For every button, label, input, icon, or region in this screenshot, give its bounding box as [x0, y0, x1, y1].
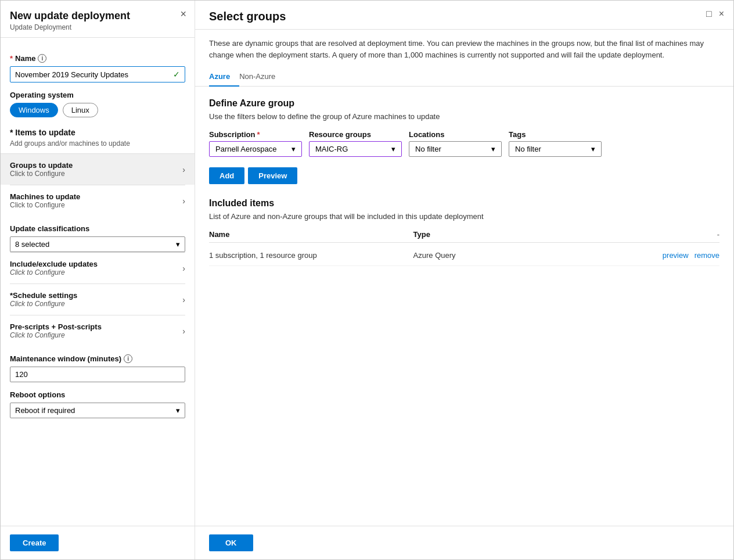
- right-body: Define Azure group Use the filters below…: [195, 87, 733, 526]
- machines-item-title: Machines to update: [10, 192, 80, 201]
- groups-item-content: Groups to update Click to Configure: [10, 161, 73, 178]
- include-exclude-chevron-icon: ›: [182, 264, 185, 273]
- include-exclude-content: Include/exclude updates Click to Configu…: [10, 260, 98, 277]
- subscription-value: Parnell Aerospace: [215, 145, 277, 153]
- machines-chevron-icon: ›: [182, 196, 185, 206]
- reboot-label: Reboot options: [10, 390, 185, 399]
- maintenance-label: Maintenance window (minutes) i: [10, 354, 185, 363]
- tab-non-azure[interactable]: Non-Azure: [239, 67, 285, 87]
- maximize-button[interactable]: □: [706, 9, 712, 19]
- classifications-dropdown[interactable]: 8 selected ▾: [10, 236, 185, 252]
- pre-post-scripts-item[interactable]: Pre-scripts + Post-scripts Click to Conf…: [10, 315, 185, 346]
- items-section-subtitle: Add groups and/or machines to update: [10, 139, 185, 148]
- resource-groups-label: Resource groups: [309, 130, 402, 139]
- resource-groups-select[interactable]: MAIC-RG ▾: [309, 141, 402, 157]
- locations-label: Locations: [409, 130, 502, 139]
- schedule-title: *Schedule settings: [10, 291, 77, 300]
- schedule-chevron-icon: ›: [182, 295, 185, 304]
- maintenance-label-text: Maintenance window (minutes): [10, 354, 121, 363]
- schedule-sub: Click to Configure: [10, 300, 77, 308]
- machines-item-content: Machines to update Click to Configure: [10, 192, 80, 209]
- left-header: New update deployment Update Deployment …: [1, 1, 195, 38]
- name-label-text: Name: [15, 54, 35, 63]
- tabs-row: Azure Non-Azure: [195, 67, 733, 87]
- locations-chevron-icon: ▾: [491, 145, 495, 153]
- machines-to-update-item[interactable]: Machines to update Click to Configure ›: [10, 185, 185, 216]
- define-group-heading: Define Azure group: [209, 98, 719, 109]
- right-close-button[interactable]: ×: [719, 9, 724, 19]
- ok-button[interactable]: OK: [209, 534, 253, 551]
- os-windows-button[interactable]: Windows: [10, 103, 58, 117]
- left-close-button[interactable]: ×: [180, 9, 186, 19]
- modal-container: New update deployment Update Deployment …: [0, 0, 734, 560]
- items-section-title: * Items to update: [10, 128, 185, 137]
- included-desc: List of Azure and non-Azure groups that …: [209, 212, 719, 221]
- row-actions: preview remove: [617, 251, 719, 260]
- reboot-dropdown[interactable]: Reboot if required ▾: [10, 403, 185, 418]
- pre-post-content: Pre-scripts + Post-scripts Click to Conf…: [10, 322, 102, 339]
- schedule-content: *Schedule settings Click to Configure: [10, 291, 77, 308]
- os-toggle: Windows Linux: [10, 103, 185, 117]
- tags-value: No filter: [515, 145, 541, 153]
- groups-item-title: Groups to update: [10, 161, 73, 170]
- os-field-section: Operating system Windows Linux: [10, 91, 185, 117]
- groups-to-update-item[interactable]: Groups to update Click to Configure ›: [1, 153, 195, 185]
- action-row: Add Preview: [209, 167, 719, 184]
- right-panel: Select groups □ × These are dynamic grou…: [195, 1, 733, 559]
- maintenance-input[interactable]: [15, 370, 180, 379]
- locations-select[interactable]: No filter ▾: [409, 141, 502, 157]
- maintenance-info-icon[interactable]: i: [124, 354, 132, 363]
- preview-button[interactable]: Preview: [248, 167, 297, 184]
- tab-azure[interactable]: Azure: [209, 67, 239, 87]
- row-type: Azure Query: [413, 251, 618, 260]
- subscription-required-star: *: [257, 130, 260, 139]
- reboot-value: Reboot if required: [15, 406, 75, 415]
- left-panel-title: New update deployment: [10, 10, 185, 22]
- machines-item-sub: Click to Configure: [10, 201, 80, 209]
- pre-post-title: Pre-scripts + Post-scripts: [10, 322, 102, 331]
- os-linux-button[interactable]: Linux: [63, 103, 98, 117]
- subscription-label-text: Subscription: [209, 130, 255, 139]
- right-panel-title: Select groups: [209, 10, 719, 23]
- resource-groups-value: MAIC-RG: [315, 145, 348, 153]
- name-info-icon[interactable]: i: [38, 54, 46, 63]
- classifications-chevron-icon: ▾: [176, 240, 180, 249]
- name-field-section: * Name i ✓: [10, 54, 185, 82]
- groups-item-sub: Click to Configure: [10, 170, 73, 178]
- include-exclude-item[interactable]: Include/exclude updates Click to Configu…: [10, 252, 185, 283]
- pre-post-sub: Click to Configure: [10, 331, 102, 339]
- row-preview-button[interactable]: preview: [663, 251, 689, 260]
- groups-chevron-icon: ›: [182, 165, 185, 174]
- schedule-settings-item[interactable]: *Schedule settings Click to Configure ›: [10, 283, 185, 315]
- left-panel: New update deployment Update Deployment …: [1, 1, 195, 559]
- window-controls: □ ×: [706, 9, 724, 19]
- table-header-row: Name Type -: [209, 230, 719, 243]
- name-input[interactable]: [15, 70, 173, 79]
- create-button[interactable]: Create: [10, 534, 59, 551]
- resource-groups-filter: Resource groups MAIC-RG ▾: [309, 130, 402, 157]
- include-exclude-title: Include/exclude updates: [10, 260, 98, 268]
- name-input-wrapper: ✓: [10, 66, 185, 82]
- subscription-select[interactable]: Parnell Aerospace ▾: [209, 141, 302, 157]
- left-panel-subtitle: Update Deployment: [10, 23, 185, 31]
- reboot-field-section: Reboot options Reboot if required ▾: [10, 390, 185, 418]
- subscription-filter: Subscription * Parnell Aerospace ▾: [209, 130, 302, 157]
- pre-post-chevron-icon: ›: [182, 326, 185, 336]
- maintenance-input-wrapper: [10, 367, 185, 382]
- table-row: 1 subscription, 1 resource group Azure Q…: [209, 245, 719, 266]
- add-button[interactable]: Add: [209, 167, 244, 184]
- th-name: Name: [209, 230, 413, 239]
- items-to-update-section: * Items to update Add groups and/or mach…: [10, 128, 185, 418]
- reboot-chevron-icon: ▾: [176, 406, 180, 415]
- name-checkmark: ✓: [173, 70, 180, 79]
- left-body: * Name i ✓ Operating system Windows Linu…: [1, 38, 195, 526]
- included-heading: Included items: [209, 198, 719, 209]
- classifications-field-section: Update classifications 8 selected ▾: [10, 224, 185, 252]
- tags-select[interactable]: No filter ▾: [509, 141, 602, 157]
- classifications-label: Update classifications: [10, 224, 185, 233]
- row-remove-button[interactable]: remove: [695, 251, 719, 260]
- name-field-label: * Name i: [10, 54, 185, 63]
- left-footer: Create: [1, 526, 195, 559]
- include-exclude-sub: Click to Configure: [10, 268, 98, 277]
- maintenance-field-section: Maintenance window (minutes) i: [10, 354, 185, 382]
